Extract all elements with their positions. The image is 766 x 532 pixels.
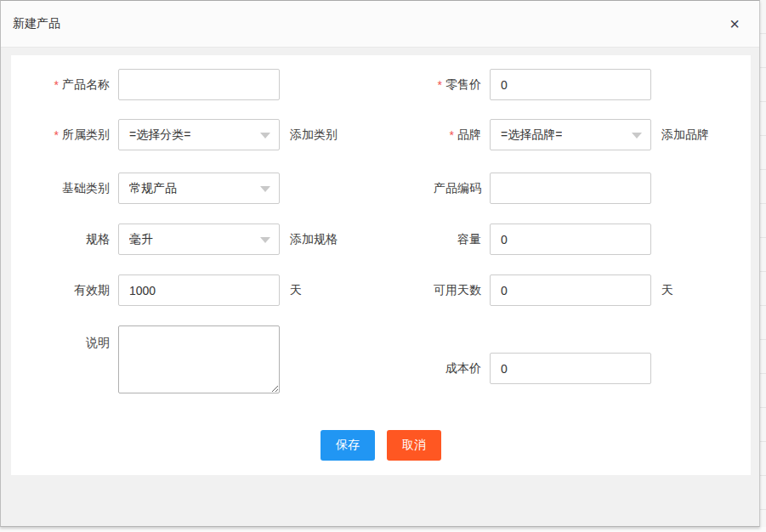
required-asterisk: * xyxy=(54,78,59,92)
cost-price-label: 成本价 xyxy=(445,361,481,376)
available-days-input[interactable] xyxy=(490,274,651,306)
field-category: * 所属类别 =选择分类= 添加类别 xyxy=(11,119,338,150)
dialog-title: 新建产品 xyxy=(13,16,60,31)
category-select[interactable]: =选择分类= xyxy=(118,119,280,150)
chevron-down-icon xyxy=(260,133,270,139)
background-page-strip xyxy=(759,0,766,527)
field-description: 说明 xyxy=(11,325,280,393)
field-product-code: 产品编码 xyxy=(383,173,651,204)
dialog-titlebar: 新建产品 × xyxy=(1,1,759,48)
background-page-bottom xyxy=(0,527,766,532)
field-spec: 规格 毫升 添加规格 xyxy=(11,224,338,255)
required-asterisk: * xyxy=(438,78,442,92)
chevron-down-icon xyxy=(260,186,270,192)
available-days-label: 可用天数 xyxy=(434,283,481,298)
base-type-select[interactable]: 常规产品 xyxy=(118,173,280,204)
description-label: 说明 xyxy=(86,336,110,351)
spec-select[interactable]: 毫升 xyxy=(118,224,280,255)
screen: 新建产品 × * 产品名称 * 所属类别 =选择分类= xyxy=(0,0,766,532)
close-icon[interactable]: × xyxy=(725,14,744,33)
retail-price-input[interactable] xyxy=(490,69,651,100)
cost-price-input[interactable] xyxy=(490,353,651,384)
field-validity: 有效期 天 xyxy=(11,274,302,306)
add-category-link[interactable]: 添加类别 xyxy=(290,127,338,143)
save-button[interactable]: 保存 xyxy=(321,430,375,461)
description-textarea[interactable] xyxy=(118,325,280,393)
spec-select-value: 毫升 xyxy=(129,232,153,247)
button-row: 保存 取消 xyxy=(11,430,751,461)
required-asterisk: * xyxy=(54,128,59,142)
capacity-label: 容量 xyxy=(457,232,481,247)
new-product-dialog: 新建产品 × * 产品名称 * 所属类别 =选择分类= xyxy=(0,0,760,527)
category-select-value: =选择分类= xyxy=(129,127,190,143)
field-product-name: * 产品名称 xyxy=(11,69,280,100)
chevron-down-icon xyxy=(632,133,642,139)
brand-select[interactable]: =选择品牌= xyxy=(490,119,651,150)
validity-label: 有效期 xyxy=(74,283,110,298)
spec-label: 规格 xyxy=(86,232,110,247)
required-asterisk: * xyxy=(450,128,454,142)
validity-input[interactable] xyxy=(118,274,280,306)
field-cost-price: 成本价 xyxy=(383,353,651,384)
brand-select-value: =选择品牌= xyxy=(501,127,562,143)
retail-price-label: 零售价 xyxy=(445,77,481,93)
field-capacity: 容量 xyxy=(383,224,651,255)
field-base-type: 基础类别 常规产品 xyxy=(11,173,280,204)
capacity-input[interactable] xyxy=(490,224,651,255)
add-spec-link[interactable]: 添加规格 xyxy=(290,232,338,247)
add-brand-link[interactable]: 添加品牌 xyxy=(661,127,709,143)
form-panel: * 产品名称 * 所属类别 =选择分类= 添加类别 基础类别 xyxy=(11,55,751,475)
available-days-unit: 天 xyxy=(661,283,673,298)
product-code-input[interactable] xyxy=(490,173,651,204)
product-name-label: 产品名称 xyxy=(62,77,110,93)
base-type-label: 基础类别 xyxy=(62,181,110,196)
category-label: 所属类别 xyxy=(62,127,110,143)
product-code-label: 产品编码 xyxy=(434,181,481,196)
field-retail-price: * 零售价 xyxy=(383,69,651,100)
field-brand: * 品牌 =选择品牌= 添加品牌 xyxy=(383,119,709,150)
base-type-select-value: 常规产品 xyxy=(129,181,177,196)
validity-unit: 天 xyxy=(290,283,302,298)
brand-label: 品牌 xyxy=(457,127,481,143)
chevron-down-icon xyxy=(260,237,270,243)
product-name-input[interactable] xyxy=(118,69,280,100)
cancel-button[interactable]: 取消 xyxy=(387,430,441,461)
field-available-days: 可用天数 天 xyxy=(383,274,673,306)
